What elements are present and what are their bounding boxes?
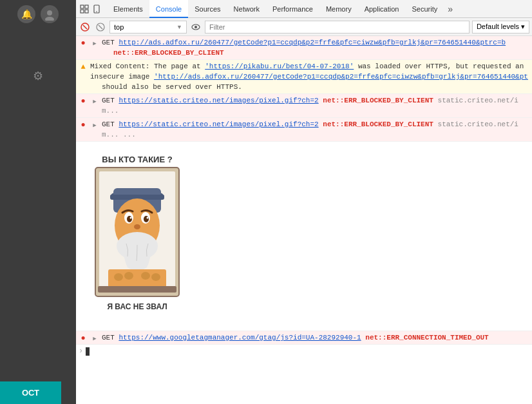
entry-text-warning: Mixed Content: The page at 'https://pika… xyxy=(90,61,529,92)
eye-filter-icon[interactable] xyxy=(189,21,202,34)
console-entry-error-3: ● ▶ GET https://static.criteo.net/images… xyxy=(76,118,532,142)
sticker-image: ВЫ КТО ТАКИЕ ? xyxy=(89,148,185,322)
svg-line-12 xyxy=(99,25,102,29)
device-icon[interactable] xyxy=(91,3,103,15)
log-level-select[interactable]: Default levels ▾ xyxy=(472,21,529,34)
expand-btn-2[interactable]: ▶ xyxy=(90,97,99,106)
url-link-3[interactable]: https://static.criteo.net/images/pixel.g… xyxy=(119,120,318,128)
url-link-2[interactable]: https://static.criteo.net/images/pixel.g… xyxy=(119,97,318,104)
console-output[interactable]: ● ▶ GET http://ads.adfox.ru/260477/getCo… xyxy=(76,36,532,404)
svg-point-27 xyxy=(147,217,149,219)
expand-btn-3[interactable]: ▶ xyxy=(90,120,99,130)
console-entry-network-error: ● ▶ GET https://www.googletagmanager.com… xyxy=(76,331,532,345)
svg-point-26 xyxy=(130,217,132,219)
error-code-2: net::ERR_BLOCKED_BY_CLIENT xyxy=(323,97,433,104)
network-error-icon: ● xyxy=(79,334,88,343)
context-dropdown-arrow: ▼ xyxy=(176,24,182,30)
tab-network[interactable]: Network xyxy=(227,0,266,18)
devtools-tab-bar: Elements Console Sources Network Perform… xyxy=(76,0,532,18)
tab-elements[interactable]: Elements xyxy=(107,0,149,18)
context-select[interactable]: top ▼ xyxy=(109,21,187,34)
prompt-arrow: › xyxy=(79,347,83,356)
error-icon-2: ● xyxy=(79,97,88,106)
user-avatar[interactable] xyxy=(41,5,59,23)
entry-text-1: GET http://ads.adfox.ru/260477/getCode?p… xyxy=(102,37,529,58)
oct-button[interactable]: ОСТ xyxy=(0,381,61,404)
warning-continuation: should also be served over HTTPS. xyxy=(90,82,529,92)
error-icon-1: ● xyxy=(79,39,88,48)
svg-text:ВЫ КТО ТАКИЕ ?: ВЫ КТО ТАКИЕ ? xyxy=(102,155,172,164)
log-level-label: Default levels ▾ xyxy=(477,23,525,31)
expand-btn-network[interactable]: ▶ xyxy=(90,334,99,343)
svg-point-33 xyxy=(141,272,150,280)
svg-point-32 xyxy=(124,272,133,280)
error-code-1: net::ERR_BLOCKED_BY_CLIENT xyxy=(102,48,529,58)
tab-overflow[interactable]: » xyxy=(444,4,457,14)
settings-icon[interactable]: ⚙ xyxy=(29,67,47,85)
svg-point-14 xyxy=(195,26,197,28)
warning-url-link[interactable]: 'https://pikabu.ru/best/04-07-2018' xyxy=(205,63,354,70)
tab-console[interactable]: Console xyxy=(149,0,188,18)
console-entry-warning: ▲ Mixed Content: The page at 'https://pi… xyxy=(76,60,532,94)
filter-input[interactable] xyxy=(205,21,470,34)
network-error-code: net::ERR_CONNECTION_TIMED_OUT xyxy=(365,334,488,341)
entry-text-3: GET https://static.criteo.net/images/pix… xyxy=(102,119,529,140)
console-prompt[interactable]: › xyxy=(76,345,532,358)
tab-application[interactable]: Application xyxy=(358,0,406,18)
prompt-cursor xyxy=(86,347,90,356)
svg-text:Я ВАС НЕ ЗВАЛ: Я ВАС НЕ ЗВАЛ xyxy=(107,302,167,311)
extra-3b: ... xyxy=(123,131,136,139)
tab-performance[interactable]: Performance xyxy=(266,0,319,18)
svg-point-28 xyxy=(134,224,140,229)
console-toolbar: top ▼ Default levels ▾ xyxy=(76,18,532,36)
svg-point-8 xyxy=(96,11,97,12)
svg-rect-5 xyxy=(85,5,88,8)
devtools-panel: Elements Console Sources Network Perform… xyxy=(76,0,532,404)
warning-icon: ▲ xyxy=(79,63,88,72)
svg-point-34 xyxy=(151,273,160,281)
clear-console-button[interactable] xyxy=(79,21,91,34)
svg-point-1 xyxy=(47,10,52,15)
insecure-url-link[interactable]: 'http://ads.adfox.ru/260477/getCode?p1=c… xyxy=(154,73,528,81)
svg-point-31 xyxy=(114,273,123,281)
network-url-link[interactable]: https://www.googletagmanager.com/gtag/js… xyxy=(119,334,361,341)
browser-icon-bar: 🔔 xyxy=(0,0,76,28)
svg-rect-3 xyxy=(81,5,84,8)
entry-text-2: GET https://static.criteo.net/images/pix… xyxy=(102,95,529,116)
svg-rect-35 xyxy=(98,286,176,293)
svg-line-10 xyxy=(83,25,87,29)
sticker-container: ВЫ КТО ТАКИЕ ? xyxy=(76,142,532,331)
tab-security[interactable]: Security xyxy=(405,0,444,18)
expand-btn-1[interactable]: ▶ xyxy=(90,39,99,48)
error-icon-3: ● xyxy=(79,120,88,130)
context-value: top xyxy=(114,23,124,31)
console-entry-error-1: ● ▶ GET http://ads.adfox.ru/260477/getCo… xyxy=(76,36,532,60)
browser-sidebar: 🔔 ⚙ ОСТ xyxy=(0,0,76,404)
no-filter-button[interactable] xyxy=(94,21,107,34)
svg-rect-4 xyxy=(81,10,84,13)
svg-rect-6 xyxy=(85,10,88,13)
devtools-tab-icons xyxy=(79,3,103,15)
bell-icon[interactable]: 🔔 xyxy=(17,5,35,23)
error-code-3: net::ERR_BLOCKED_BY_CLIENT xyxy=(323,120,433,128)
svg-point-24 xyxy=(127,216,132,222)
tab-memory[interactable]: Memory xyxy=(319,0,358,18)
inspect-icon[interactable] xyxy=(79,3,90,15)
svg-point-25 xyxy=(144,216,149,222)
tab-sources[interactable]: Sources xyxy=(188,0,227,18)
entry-text-network: GET https://www.googletagmanager.com/gta… xyxy=(102,332,529,343)
console-entry-error-2: ● ▶ GET https://static.criteo.net/images… xyxy=(76,94,532,118)
url-link-1[interactable]: http://ads.adfox.ru/260477/getCode?p1=cc… xyxy=(119,39,506,46)
